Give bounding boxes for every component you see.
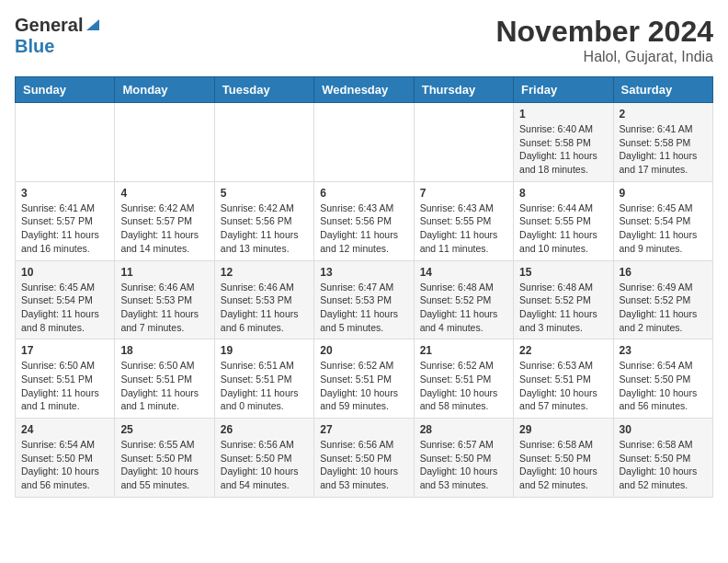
weekday-header: Friday bbox=[514, 77, 613, 103]
day-info: Sunrise: 6:54 AMSunset: 5:50 PMDaylight:… bbox=[620, 359, 707, 413]
calendar-cell: 16Sunrise: 6:49 AMSunset: 5:52 PMDayligh… bbox=[613, 260, 712, 339]
weekday-header: Sunday bbox=[16, 77, 115, 103]
day-info: Sunrise: 6:55 AMSunset: 5:50 PMDaylight:… bbox=[120, 438, 208, 492]
calendar-cell: 29Sunrise: 6:58 AMSunset: 5:50 PMDayligh… bbox=[514, 419, 613, 498]
calendar-table: SundayMondayTuesdayWednesdayThursdayFrid… bbox=[15, 76, 713, 498]
day-info: Sunrise: 6:42 AMSunset: 5:56 PMDaylight:… bbox=[221, 201, 308, 256]
day-info: Sunrise: 6:45 AMSunset: 5:54 PMDaylight:… bbox=[21, 281, 108, 335]
title-section: November 2024 Halol, Gujarat, India bbox=[495, 15, 713, 65]
day-number: 7 bbox=[420, 187, 507, 200]
weekday-header: Thursday bbox=[414, 77, 513, 103]
calendar-cell: 17Sunrise: 6:50 AMSunset: 5:51 PMDayligh… bbox=[16, 339, 115, 419]
day-number: 5 bbox=[221, 187, 308, 200]
day-info: Sunrise: 6:58 AMSunset: 5:50 PMDaylight:… bbox=[620, 438, 707, 492]
day-info: Sunrise: 6:41 AMSunset: 5:58 PMDaylight:… bbox=[620, 122, 707, 177]
month-title: November 2024 bbox=[495, 15, 713, 49]
day-number: 17 bbox=[21, 344, 108, 357]
day-info: Sunrise: 6:50 AMSunset: 5:51 PMDaylight:… bbox=[21, 359, 108, 413]
calendar-cell: 14Sunrise: 6:48 AMSunset: 5:52 PMDayligh… bbox=[414, 260, 513, 339]
calendar-cell: 9Sunrise: 6:45 AMSunset: 5:54 PMDaylight… bbox=[613, 181, 712, 260]
weekday-header: Monday bbox=[115, 77, 214, 103]
day-number: 25 bbox=[120, 423, 208, 436]
day-info: Sunrise: 6:54 AMSunset: 5:50 PMDaylight:… bbox=[21, 438, 108, 492]
calendar-cell: 18Sunrise: 6:50 AMSunset: 5:51 PMDayligh… bbox=[115, 339, 214, 419]
day-info: Sunrise: 6:49 AMSunset: 5:52 PMDaylight:… bbox=[620, 281, 707, 335]
day-info: Sunrise: 6:48 AMSunset: 5:52 PMDaylight:… bbox=[420, 281, 507, 335]
day-number: 18 bbox=[120, 344, 208, 357]
day-info: Sunrise: 6:51 AMSunset: 5:51 PMDaylight:… bbox=[221, 359, 308, 413]
calendar-cell: 10Sunrise: 6:45 AMSunset: 5:54 PMDayligh… bbox=[16, 260, 115, 339]
calendar-cell: 25Sunrise: 6:55 AMSunset: 5:50 PMDayligh… bbox=[115, 419, 214, 498]
calendar-cell: 20Sunrise: 6:52 AMSunset: 5:51 PMDayligh… bbox=[314, 339, 414, 419]
day-number: 21 bbox=[420, 344, 507, 357]
calendar-header-row: SundayMondayTuesdayWednesdayThursdayFrid… bbox=[16, 77, 713, 103]
day-info: Sunrise: 6:43 AMSunset: 5:56 PMDaylight:… bbox=[320, 201, 407, 256]
day-number: 12 bbox=[221, 266, 308, 279]
logo-icon bbox=[85, 16, 101, 32]
day-number: 22 bbox=[519, 344, 607, 357]
calendar-cell: 3Sunrise: 6:41 AMSunset: 5:57 PMDaylight… bbox=[16, 181, 115, 260]
calendar-cell: 22Sunrise: 6:53 AMSunset: 5:51 PMDayligh… bbox=[514, 339, 613, 419]
calendar-cell bbox=[214, 103, 313, 182]
day-info: Sunrise: 6:58 AMSunset: 5:50 PMDaylight:… bbox=[519, 438, 607, 492]
day-info: Sunrise: 6:48 AMSunset: 5:52 PMDaylight:… bbox=[519, 281, 607, 335]
calendar-cell: 6Sunrise: 6:43 AMSunset: 5:56 PMDaylight… bbox=[314, 181, 414, 260]
day-info: Sunrise: 6:47 AMSunset: 5:53 PMDaylight:… bbox=[320, 281, 407, 335]
calendar-cell bbox=[414, 103, 513, 182]
calendar-cell: 21Sunrise: 6:52 AMSunset: 5:51 PMDayligh… bbox=[414, 339, 513, 419]
day-number: 9 bbox=[620, 187, 707, 200]
calendar-cell: 12Sunrise: 6:46 AMSunset: 5:53 PMDayligh… bbox=[214, 260, 313, 339]
calendar-cell: 19Sunrise: 6:51 AMSunset: 5:51 PMDayligh… bbox=[214, 339, 313, 419]
calendar-week-row: 3Sunrise: 6:41 AMSunset: 5:57 PMDaylight… bbox=[16, 181, 713, 260]
day-number: 27 bbox=[320, 423, 407, 436]
day-info: Sunrise: 6:40 AMSunset: 5:58 PMDaylight:… bbox=[519, 122, 607, 177]
calendar-cell bbox=[115, 103, 214, 182]
day-number: 14 bbox=[420, 266, 507, 279]
calendar-cell bbox=[314, 103, 414, 182]
day-info: Sunrise: 6:41 AMSunset: 5:57 PMDaylight:… bbox=[21, 201, 108, 256]
day-number: 20 bbox=[320, 344, 407, 357]
day-number: 28 bbox=[420, 423, 507, 436]
calendar-cell bbox=[16, 103, 115, 182]
calendar-cell: 27Sunrise: 6:56 AMSunset: 5:50 PMDayligh… bbox=[314, 419, 414, 498]
day-number: 1 bbox=[519, 108, 607, 121]
day-info: Sunrise: 6:56 AMSunset: 5:50 PMDaylight:… bbox=[221, 438, 308, 492]
day-number: 29 bbox=[519, 423, 607, 436]
calendar-cell: 1Sunrise: 6:40 AMSunset: 5:58 PMDaylight… bbox=[514, 103, 613, 182]
day-info: Sunrise: 6:57 AMSunset: 5:50 PMDaylight:… bbox=[420, 438, 507, 492]
day-info: Sunrise: 6:46 AMSunset: 5:53 PMDaylight:… bbox=[221, 281, 308, 335]
day-number: 2 bbox=[620, 108, 707, 121]
logo-blue-text: Blue bbox=[15, 36, 54, 56]
day-number: 16 bbox=[620, 266, 707, 279]
day-info: Sunrise: 6:46 AMSunset: 5:53 PMDaylight:… bbox=[120, 281, 208, 335]
calendar-week-row: 17Sunrise: 6:50 AMSunset: 5:51 PMDayligh… bbox=[16, 339, 713, 419]
calendar-week-row: 10Sunrise: 6:45 AMSunset: 5:54 PMDayligh… bbox=[16, 260, 713, 339]
day-number: 23 bbox=[620, 344, 707, 357]
calendar-cell: 4Sunrise: 6:42 AMSunset: 5:57 PMDaylight… bbox=[115, 181, 214, 260]
calendar-cell: 2Sunrise: 6:41 AMSunset: 5:58 PMDaylight… bbox=[613, 103, 712, 182]
calendar-cell: 5Sunrise: 6:42 AMSunset: 5:56 PMDaylight… bbox=[214, 181, 313, 260]
day-info: Sunrise: 6:44 AMSunset: 5:55 PMDaylight:… bbox=[519, 201, 607, 256]
page-header: General Blue November 2024 Halol, Gujara… bbox=[15, 15, 713, 65]
day-number: 24 bbox=[21, 423, 108, 436]
day-number: 3 bbox=[21, 187, 108, 200]
weekday-header: Wednesday bbox=[314, 77, 414, 103]
day-info: Sunrise: 6:42 AMSunset: 5:57 PMDaylight:… bbox=[120, 201, 208, 256]
day-number: 15 bbox=[519, 266, 607, 279]
day-number: 11 bbox=[120, 266, 208, 279]
day-number: 13 bbox=[320, 266, 407, 279]
day-info: Sunrise: 6:52 AMSunset: 5:51 PMDaylight:… bbox=[320, 359, 407, 413]
day-number: 6 bbox=[320, 187, 407, 200]
calendar-cell: 26Sunrise: 6:56 AMSunset: 5:50 PMDayligh… bbox=[214, 419, 313, 498]
weekday-header: Saturday bbox=[613, 77, 712, 103]
day-info: Sunrise: 6:43 AMSunset: 5:55 PMDaylight:… bbox=[420, 201, 507, 256]
calendar-week-row: 24Sunrise: 6:54 AMSunset: 5:50 PMDayligh… bbox=[16, 419, 713, 498]
logo-general-text: General bbox=[15, 15, 83, 36]
calendar-cell: 8Sunrise: 6:44 AMSunset: 5:55 PMDaylight… bbox=[514, 181, 613, 260]
calendar-cell: 7Sunrise: 6:43 AMSunset: 5:55 PMDaylight… bbox=[414, 181, 513, 260]
calendar-cell: 11Sunrise: 6:46 AMSunset: 5:53 PMDayligh… bbox=[115, 260, 214, 339]
calendar-week-row: 1Sunrise: 6:40 AMSunset: 5:58 PMDaylight… bbox=[16, 103, 713, 182]
calendar-cell: 15Sunrise: 6:48 AMSunset: 5:52 PMDayligh… bbox=[514, 260, 613, 339]
day-info: Sunrise: 6:52 AMSunset: 5:51 PMDaylight:… bbox=[420, 359, 507, 413]
calendar-cell: 24Sunrise: 6:54 AMSunset: 5:50 PMDayligh… bbox=[16, 419, 115, 498]
